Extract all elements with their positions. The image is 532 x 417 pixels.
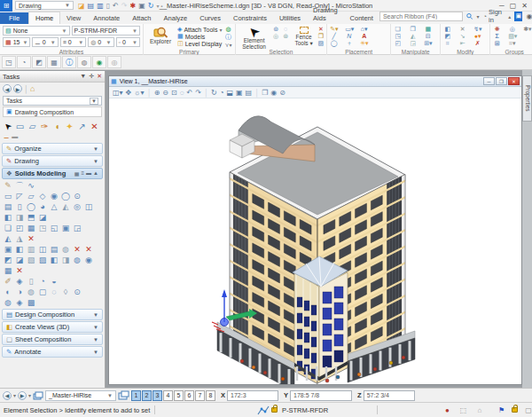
solid-tool-icon[interactable]: ◉ — [83, 256, 94, 265]
solid-tool-icon[interactable]: ◈ — [14, 277, 25, 287]
solid-tool-icon[interactable]: ▯ — [14, 202, 25, 212]
solid-tool-icon[interactable]: ◈ — [14, 298, 25, 308]
list-view-icon[interactable]: ≡ — [82, 170, 85, 177]
place-text-icon[interactable]: A — [360, 33, 368, 40]
solid-tool-icon[interactable]: ▧ — [26, 256, 36, 265]
palette-tool-icon[interactable]: ◖ — [51, 122, 63, 131]
tasks-menu-icon[interactable]: ▼ — [80, 73, 86, 80]
next-icon[interactable]: ▶ — [18, 391, 27, 400]
shape-tool-icon[interactable]: ▱ — [27, 122, 38, 131]
tab-utilities[interactable]: Utilities — [273, 12, 307, 24]
view-toggle-8[interactable]: 8 — [206, 390, 215, 401]
line-weight-select[interactable]: ≡0▼ — [60, 37, 86, 47]
view-toggle-6[interactable]: 6 — [184, 390, 194, 401]
back-icon[interactable]: ◀ — [3, 84, 12, 93]
rotate-icon[interactable]: ◭ — [409, 33, 417, 40]
prev-history-icon[interactable]: ▾ — [13, 392, 16, 398]
rotate-right-icon[interactable]: ↷ — [195, 89, 201, 97]
toolbox-icon-1[interactable]: ◳ — [2, 56, 16, 68]
manage-view-groups-icon[interactable] — [118, 390, 129, 400]
view-attributes-icon[interactable]: ◫▾ — [113, 89, 123, 97]
view-restore-button[interactable]: ❐ — [496, 77, 507, 85]
toolbox-icon-3[interactable]: ▦ — [47, 56, 61, 68]
info-icon[interactable]: ⓘ — [224, 33, 231, 42]
group-tools-icon[interactable]: ✱▾ — [523, 26, 531, 33]
solid-tool-icon[interactable]: ◔ — [37, 277, 48, 287]
brush-tool-icon[interactable]: ✑ — [39, 122, 51, 131]
level-lock-icon[interactable] — [271, 407, 278, 413]
models-button[interactable]: ▦Models — [177, 33, 222, 40]
solid-tool-icon[interactable]: ▣ — [60, 224, 71, 233]
solid-tool-icon[interactable]: ◪ — [37, 213, 48, 223]
array-icon[interactable]: ▦ — [424, 26, 432, 33]
solid-tool-icon[interactable]: ◮ — [14, 234, 25, 244]
select-all-icon[interactable]: ⊛ — [282, 33, 290, 40]
solid-tool-icon[interactable]: ◭ — [3, 234, 13, 244]
view-toggle-7[interactable]: 7 — [195, 390, 205, 401]
solid-tool-icon[interactable]: ⬒ — [26, 213, 36, 223]
y-coordinate-field[interactable]: 178:5 7/8 — [290, 390, 352, 401]
solid-tool-icon[interactable]: ◫ — [37, 245, 48, 255]
place-shape-icon[interactable]: ⌂▾ — [360, 26, 368, 33]
section-create-views[interactable]: ◧Create Views (3D)▼ — [2, 321, 103, 333]
tab-analyze[interactable]: Analyze — [158, 12, 194, 24]
copy-view-icon[interactable]: ❐ — [262, 89, 268, 97]
priority-select[interactable]: ▫0▼ — [116, 37, 140, 47]
properties-tab[interactable]: Properties — [522, 75, 532, 122]
place-line-icon[interactable]: ╱ — [330, 33, 338, 40]
fillet-icon[interactable]: ↘ — [458, 33, 466, 40]
graphic-group-icon[interactable]: ⌗▾ — [508, 40, 516, 47]
view-toggle-2[interactable]: 2 — [142, 390, 152, 401]
solid-tool-icon[interactable]: ◪ — [14, 256, 25, 265]
solid-tool-icon[interactable]: ▤ — [49, 245, 59, 255]
insert-vertex-icon[interactable]: ⌗ — [443, 40, 451, 47]
group-hole-icon[interactable]: ⊞ — [493, 40, 501, 47]
pan-view-icon[interactable]: ◔ — [220, 89, 224, 97]
move-icon[interactable]: ❐ — [409, 26, 417, 33]
info-circle-icon[interactable]: ⓘ — [62, 56, 76, 68]
place-point-icon[interactable]: ＋ — [345, 40, 353, 47]
place-circle-icon[interactable]: ◯ — [330, 40, 338, 47]
add-to-group-icon[interactable]: ▧▾ — [508, 33, 516, 40]
solid-tool-icon[interactable]: ⌒ — [14, 181, 25, 191]
select-circle-icon[interactable]: ⊚ — [272, 26, 280, 33]
select-prev-icon[interactable]: ◎ — [272, 33, 280, 40]
user-preferences-icon[interactable]: ◔ — [17, 56, 31, 68]
break-element-icon[interactable]: ✕ — [458, 26, 466, 33]
solid-tool-icon[interactable]: ▥ — [26, 245, 36, 255]
transparency-select[interactable]: ◍0▼ — [88, 37, 113, 47]
solid-tool-icon[interactable]: ⊙ — [72, 192, 82, 201]
copy-icon[interactable]: ❏ — [394, 26, 402, 33]
linework-icon[interactable]: ⚊ — [4, 133, 9, 140]
tab-home[interactable]: Home — [28, 12, 60, 24]
tasks-dropdown[interactable]: Tasks▼ — [3, 96, 102, 106]
delete-tool-icon[interactable]: ✕ — [89, 122, 100, 131]
extend-icon[interactable]: ↯▾ — [473, 26, 481, 33]
stretch-icon[interactable]: ◲ — [409, 40, 417, 47]
clip-volume-icon[interactable]: ◉ — [270, 89, 277, 97]
help-icon[interactable]: ◉ — [526, 12, 532, 20]
tab-view[interactable]: View — [60, 12, 87, 24]
attach-tools-button[interactable]: ◈Attach Tools▾ — [177, 26, 222, 33]
close-panel-icon[interactable]: ✕ — [97, 73, 102, 80]
tab-file[interactable]: File — [0, 12, 28, 24]
delete-fence-icon[interactable]: ✕ — [318, 26, 325, 33]
solid-tool-icon[interactable]: ◍ — [26, 287, 36, 297]
maximize-button[interactable]: ▢ — [510, 2, 517, 10]
delete-icon[interactable]: ✗ — [473, 40, 481, 47]
solid-tool-icon[interactable]: ▨ — [37, 256, 48, 265]
solid-tool-icon[interactable]: ◧ — [3, 213, 13, 223]
section-organize[interactable]: ✎Organize▼ — [2, 143, 103, 154]
solid-tool-icon[interactable]: ✕ — [26, 234, 36, 244]
previous-icon[interactable]: ◀ — [3, 391, 12, 400]
explorer-button[interactable]: Explorer — [146, 26, 175, 47]
forward-icon[interactable]: ▶ — [13, 84, 22, 93]
search-caret-icon[interactable]: ▾ — [476, 13, 479, 20]
solid-tool-icon[interactable]: △ — [49, 202, 59, 212]
band-icon[interactable]: ▬ — [12, 133, 18, 140]
view-canvas[interactable] — [109, 98, 521, 384]
solid-tool-icon[interactable]: ▤ — [3, 202, 13, 212]
selection-tool-icon[interactable]: ➤ — [0, 119, 15, 134]
solid-tool-icon[interactable]: ◐ — [3, 287, 13, 297]
solid-tool-icon[interactable]: ◌ — [49, 287, 59, 297]
